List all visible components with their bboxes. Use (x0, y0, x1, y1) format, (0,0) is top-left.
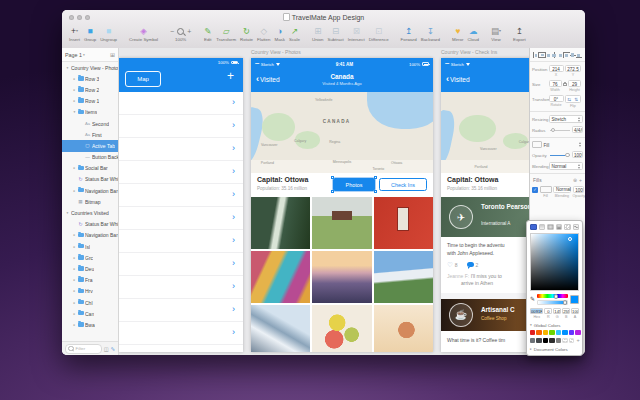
filter-input[interactable]: Filter (65, 344, 102, 354)
layer-row-row-3[interactable]: ▸Row 3 (62, 73, 118, 84)
badge-icon[interactable]: ◫ (104, 346, 109, 352)
fill-color-well[interactable] (540, 186, 552, 193)
opacity-field[interactable]: 100% (572, 151, 583, 158)
layer-row-social-bar[interactable]: ▸Social Bar (62, 163, 118, 174)
zoom-control[interactable]: −+ (170, 26, 191, 36)
height-field[interactable]: 29 (568, 80, 581, 87)
blending-select[interactable]: Normal (549, 162, 584, 170)
hex-field[interactable]: 0091FF (530, 308, 543, 315)
global-color-swatch[interactable] (569, 330, 574, 335)
layer-row-navigation-bar[interactable]: ▸Navigation Bar (62, 185, 118, 196)
radial-gradient-icon[interactable] (547, 224, 554, 230)
global-color-swatch[interactable] (556, 330, 561, 335)
artboard-country-checkins[interactable]: ••••• Sketch ‹ Visited (441, 58, 529, 352)
noise-fill-icon[interactable] (573, 224, 580, 230)
rotate-field[interactable]: 0° (549, 95, 564, 102)
opacity-slider[interactable] (549, 151, 571, 159)
solid-color-icon[interactable] (530, 224, 537, 230)
artboard-label-checkins[interactable]: Country View - Check Ins (441, 49, 497, 55)
photos-tab-button[interactable]: Photos (333, 178, 375, 191)
green-field[interactable]: 145 (553, 308, 561, 315)
layer-row-button-background[interactable]: —Button Background (62, 152, 118, 163)
hue-slider[interactable] (537, 294, 568, 298)
layer-row-bitmap[interactable]: ▦Bitmap (62, 196, 118, 207)
red-field[interactable]: 0 (544, 308, 552, 315)
page-selector[interactable]: Page 1 ▾ ⊞ (62, 48, 118, 62)
layer-row-can[interactable]: ▸Can (62, 308, 118, 319)
toolbar-difference-button[interactable]: ⊡Difference (369, 26, 389, 42)
layer-row-countries-visited[interactable]: ▾Countries Visited (62, 207, 118, 218)
pages-grid-icon[interactable]: ⊞ (110, 51, 115, 58)
alpha-field[interactable]: 100 (571, 308, 579, 315)
global-color-swatch[interactable] (530, 338, 535, 343)
toolbar-backward-button[interactable]: ↧Backward (421, 26, 440, 42)
fill-opacity-field[interactable]: 100% (573, 186, 584, 193)
gear-icon[interactable]: ⊛ (573, 177, 577, 183)
align-middle-icon[interactable] (570, 52, 576, 58)
layer-row-row-1[interactable]: ▸Row 1 (62, 96, 118, 107)
y-field[interactable]: 272.5 (565, 65, 581, 72)
toolbar-transform-button[interactable]: ▱Transform (216, 26, 236, 42)
layer-row-deu[interactable]: ▸Deu (62, 263, 118, 274)
add-color-button[interactable]: + (576, 338, 579, 343)
layer-row-active-tab[interactable]: ▢Active Tab (62, 140, 118, 151)
align-right-icon[interactable] (558, 52, 564, 58)
layer-row-second[interactable]: AaSecond (62, 118, 118, 129)
fill-checkbox[interactable]: ✓ (532, 187, 538, 193)
resizing-select[interactable]: Stretch (549, 115, 584, 123)
width-field[interactable]: 76 (549, 80, 562, 87)
align-top-icon[interactable] (564, 52, 570, 58)
toolbar-union-button[interactable]: ⊞Union (312, 26, 323, 42)
canvas[interactable]: Country View - Photos Country View - Che… (119, 48, 529, 355)
pattern-fill-icon[interactable] (564, 224, 571, 230)
selection-handle[interactable] (374, 176, 377, 179)
distribute-horizontally-icon[interactable] (533, 52, 539, 58)
global-color-swatch[interactable] (556, 338, 561, 343)
global-color-swatch[interactable] (530, 330, 535, 335)
toolbar-view-button[interactable]: ▤▾View (491, 26, 501, 42)
global-color-swatch[interactable] (575, 330, 580, 335)
global-color-swatch[interactable] (562, 338, 567, 343)
artboard-label-photos[interactable]: Country View - Photos (251, 49, 301, 55)
stepper-icon[interactable] (579, 141, 581, 147)
linear-gradient-icon[interactable] (539, 224, 546, 230)
layer-row-first[interactable]: AaFirst (62, 129, 118, 140)
layer-row-isl[interactable]: ▸Isl (62, 241, 118, 252)
layer-row-status-bar-white[interactable]: ↻Status Bar White (62, 219, 118, 230)
fill-blending-select[interactable]: Normal (553, 186, 571, 193)
artboard-countries-list[interactable]: 100% Map + ›››››››››››› (119, 58, 243, 352)
align-left-icon[interactable] (545, 52, 551, 58)
align-bottom-icon[interactable] (576, 52, 582, 58)
layer-row-items[interactable]: ▾Items (62, 107, 118, 118)
global-color-swatch[interactable] (549, 338, 554, 343)
angular-gradient-icon[interactable] (556, 224, 563, 230)
saturation-brightness-picker[interactable] (530, 233, 579, 291)
flip-buttons[interactable]: ⇆⇅ (565, 95, 581, 103)
eyedropper-icon[interactable]: ✎ (530, 296, 535, 303)
selection-handle[interactable] (331, 176, 334, 179)
toolbar-edit-button[interactable]: ✎Edit (203, 26, 212, 42)
global-color-swatch[interactable] (536, 330, 541, 335)
add-fill-icon[interactable]: + (579, 177, 582, 183)
toolbar-ungroup-button[interactable]: ■Ungroup (100, 26, 117, 42)
global-color-swatch[interactable] (569, 338, 574, 343)
toolbar-rotate-button[interactable]: ↻Rotate (240, 26, 253, 42)
artboard-country-photos[interactable]: ••••• Sketch 9:41 AM 100% ‹ Visited Cana… (251, 58, 433, 352)
lock-icon[interactable] (563, 83, 567, 86)
align-center-horizontal-icon[interactable] (551, 52, 557, 58)
layer-row-bwa[interactable]: ▸Bwa (62, 319, 118, 330)
disclosure-arrow-icon[interactable]: ▾ (65, 211, 70, 215)
pencil-icon[interactable]: ✎ (111, 346, 115, 352)
toolbar-flatten-button[interactable]: ◇Flatten (257, 26, 270, 42)
toolbar-insert-button[interactable]: +▾Insert (69, 26, 80, 42)
radius-slider[interactable] (549, 126, 571, 134)
x-field[interactable]: 214 (549, 65, 564, 72)
toolbar-forward-button[interactable]: ↥Forward (401, 26, 417, 42)
toolbar-export-button[interactable]: ↥Export (513, 26, 526, 42)
layer-row-row-2[interactable]: ▸Row 2 (62, 84, 118, 95)
layer-row-navigation-bar[interactable]: ▸Navigation Bar (62, 230, 118, 241)
global-color-swatch[interactable] (536, 338, 541, 343)
alpha-slider[interactable] (537, 300, 568, 305)
toolbar-100-button[interactable]: −+100% (170, 26, 191, 42)
global-colors-disclosure[interactable]: ▾ Global Colors (530, 323, 579, 328)
